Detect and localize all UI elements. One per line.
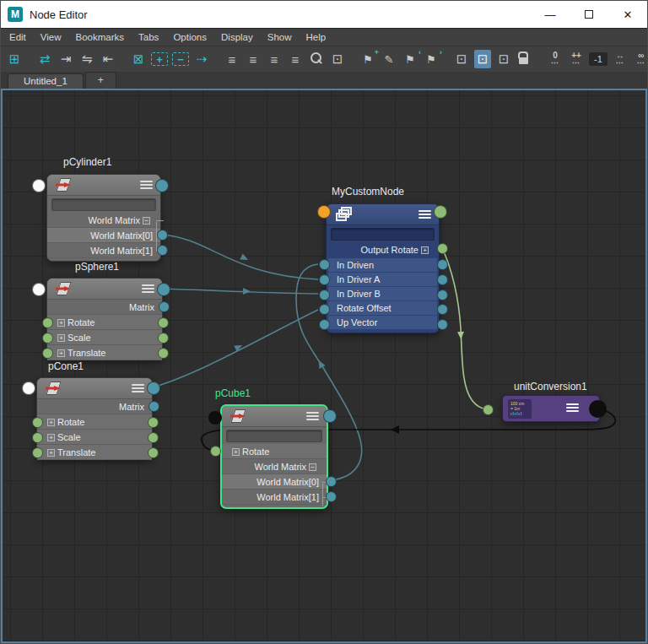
port-outputrotate-out[interactable] (437, 243, 448, 254)
expand-box-icon[interactable]: + (421, 246, 429, 254)
io-connections-icon[interactable]: ⇋ (78, 50, 95, 68)
close-button[interactable]: ✕ (608, 1, 647, 28)
menu-help[interactable]: Help (306, 32, 327, 42)
port-pcylinder1-out[interactable] (155, 179, 169, 192)
depth-unlimited-icon[interactable]: ∞⋯ (633, 50, 648, 68)
port-pcone1-matrix-out[interactable] (148, 401, 159, 412)
menu-display[interactable]: Display (221, 32, 253, 42)
node-pcylinder1[interactable]: World Matrix− World Matrix[0] World Matr… (46, 174, 161, 262)
node-title-pcylinder1[interactable]: pCylinder1 (63, 156, 111, 168)
node-header[interactable] (37, 378, 152, 399)
depth-spread-icon[interactable]: ↔⋯ (612, 50, 629, 68)
bookmark-prev-icon[interactable]: ⚑‹ (402, 50, 418, 68)
node-header[interactable] (327, 204, 439, 225)
menu-edit[interactable]: Edit (9, 32, 26, 42)
port-psphere1-translate-in[interactable] (42, 348, 53, 359)
node-menu-icon[interactable] (418, 210, 431, 212)
port-psphere1-rotate-in[interactable] (42, 317, 53, 328)
attr-row-worldmatrix0[interactable]: World Matrix[0] (222, 474, 327, 490)
bookmark-next-icon[interactable]: ⚑› (423, 50, 440, 68)
wire-outputrotate-to-unitconversion[interactable] (442, 248, 485, 409)
collapse-box-icon[interactable]: − (143, 217, 150, 225)
port-psphere1-translate-out[interactable] (158, 348, 169, 359)
attr-row-worldmatrix1[interactable]: World Matrix[1] (47, 243, 160, 258)
node-header[interactable] (47, 279, 162, 300)
attr-row-rotateoffset[interactable]: Rotate Offset (328, 301, 437, 315)
remove-selected-icon[interactable]: − (172, 52, 189, 66)
port-indrivera-in[interactable] (319, 274, 330, 285)
attr-row-matrix[interactable]: Matrix (37, 399, 152, 414)
port-psphere1-out[interactable] (157, 283, 170, 296)
attr-row-translate[interactable]: +Translate (37, 445, 152, 460)
traversal-depth-field[interactable]: -1 (589, 52, 608, 66)
pin-flow-icon[interactable]: ⇢ (193, 50, 210, 68)
node-title-psphere1[interactable]: pSphere1 (75, 261, 119, 273)
port-pcube1-worldmatrix1-out[interactable] (326, 491, 337, 502)
bookmark-edit-icon[interactable]: ✎ (381, 50, 397, 68)
port-pcone1-scale-out[interactable] (148, 432, 159, 443)
port-psphere1-scale-in[interactable] (42, 333, 53, 344)
menu-view[interactable]: View (40, 32, 62, 42)
expand-box-icon[interactable]: + (47, 449, 55, 457)
port-indrivera-out[interactable] (437, 274, 448, 285)
maximize-button[interactable] (570, 1, 608, 28)
menu-show[interactable]: Show (267, 32, 292, 42)
node-title-unitconversion1[interactable]: unitConversion1 (514, 381, 587, 392)
port-upvector-in[interactable] (319, 319, 330, 330)
node-title-pcube1[interactable]: pCube1 (215, 387, 251, 399)
port-pcone1-state[interactable] (22, 382, 35, 395)
port-pcube1-worldmatrix0-out[interactable] (326, 476, 337, 487)
node-pcube1[interactable]: +Rotate World Matrix− World Matrix[0] Wo… (220, 404, 328, 509)
wire-psphere-to-indriverb[interactable] (163, 289, 318, 294)
create-node-icon[interactable]: ⊞ (6, 50, 23, 68)
node-filter-field[interactable] (331, 228, 435, 241)
expand-box-icon[interactable]: + (232, 448, 240, 456)
menu-tabs[interactable]: Tabs (138, 32, 159, 42)
port-pcylinder1-worldmatrix0-out[interactable] (157, 230, 168, 241)
port-pcylinder1-worldmatrix1-out[interactable] (157, 245, 168, 256)
menu-options[interactable]: Options (173, 32, 207, 42)
attr-row-indrivera[interactable]: In Driver A (328, 273, 437, 286)
port-upvector-out[interactable] (437, 319, 448, 330)
wire-pcylinder-wm0-to-indrivera[interactable] (162, 235, 318, 279)
node-header[interactable] (222, 406, 327, 427)
attr-row-worldmatrix[interactable]: World Matrix− (47, 213, 160, 228)
display-connected-icon[interactable]: ⊡ (474, 50, 491, 68)
minimize-button[interactable]: — (531, 1, 570, 28)
node-menu-icon[interactable] (306, 412, 319, 414)
port-pcone1-rotate-in[interactable] (32, 417, 43, 428)
port-pcylinder1-state[interactable] (32, 179, 46, 192)
bookmark-add-icon[interactable]: ⚑+ (359, 50, 376, 68)
port-rotateoffset-out[interactable] (437, 304, 448, 315)
attr-row-worldmatrix0[interactable]: World Matrix[0] (47, 228, 160, 243)
expand-box-icon[interactable]: + (47, 419, 55, 426)
attr-row-indriverb[interactable]: In Driver B (328, 287, 437, 300)
port-rotateoffset-in[interactable] (319, 304, 330, 315)
layout-custom-icon[interactable]: ≡ (287, 50, 304, 68)
layout-all-icon[interactable]: ≡ (266, 50, 283, 68)
depth-increase-icon[interactable]: ++⋯ (568, 50, 585, 68)
node-title-pcone1[interactable]: pCone1 (48, 360, 84, 372)
node-menu-icon[interactable] (132, 384, 144, 386)
port-pcone1-translate-in[interactable] (32, 447, 43, 458)
port-indriverb-in[interactable] (319, 290, 330, 300)
attr-row-outputrotate[interactable]: Output Rotate+ (327, 242, 439, 257)
node-menu-icon[interactable] (140, 181, 153, 182)
attr-row-rotate[interactable]: +Rotate (37, 414, 152, 430)
attr-row-rotate[interactable]: +Rotate (47, 315, 162, 330)
attr-row-scale[interactable]: +Scale (37, 430, 152, 445)
port-unitconversion1-input[interactable] (483, 404, 494, 415)
node-psphere1[interactable]: Matrix +Rotate +Scale +Translate (46, 278, 163, 360)
node-pcone1[interactable]: Matrix +Rotate +Scale +Translate (36, 377, 153, 460)
node-title-mycustomnode[interactable]: MyCustomNode (332, 186, 404, 198)
output-connections-icon[interactable]: ⇤ (100, 50, 116, 68)
lock-icon[interactable] (516, 50, 533, 68)
port-psphere1-matrix-out[interactable] (159, 301, 170, 312)
attr-row-worldmatrix1[interactable]: World Matrix[1] (222, 490, 327, 505)
port-pcone1-scale-in[interactable] (32, 432, 43, 443)
input-connections-icon[interactable]: ⇥ (57, 50, 74, 68)
display-simple-icon[interactable]: ⊡ (453, 50, 470, 68)
collapse-box-icon[interactable]: − (309, 463, 316, 471)
attr-row-worldmatrix[interactable]: World Matrix− (222, 459, 327, 474)
port-unitconversion1-output[interactable] (589, 400, 607, 418)
